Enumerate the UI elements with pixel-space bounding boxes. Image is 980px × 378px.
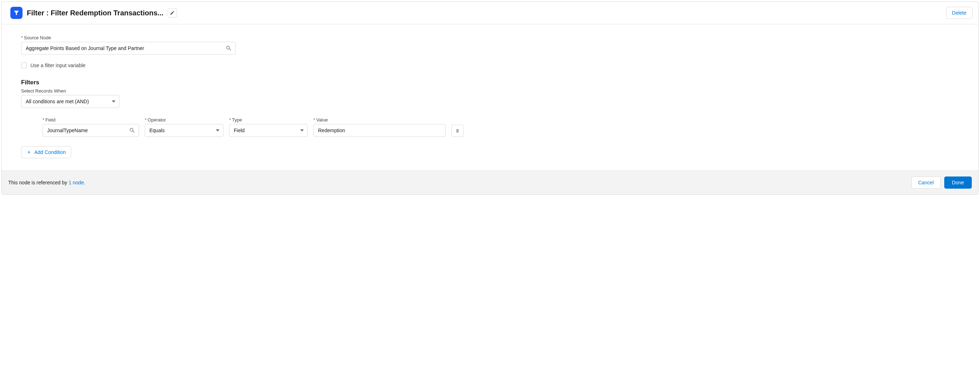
condition-operator-value: Equals <box>150 127 165 133</box>
filter-variable-checkbox[interactable] <box>21 62 27 68</box>
chevron-down-icon <box>216 129 220 132</box>
condition-field-input[interactable] <box>43 124 139 137</box>
reference-text: This node is referenced by 1 node. <box>8 180 86 186</box>
filter-icon <box>10 7 22 19</box>
condition-type-value: Field <box>234 127 245 133</box>
panel-title: Filter : Filter Redemption Transactions.… <box>27 9 163 17</box>
chevron-down-icon <box>112 100 115 103</box>
add-condition-button[interactable]: Add Condition <box>21 146 71 158</box>
delete-condition-button[interactable] <box>452 125 463 137</box>
filter-variable-label: Use a filter input variable <box>30 62 86 68</box>
select-records-label: Select Records When <box>21 88 959 94</box>
condition-operator-label: Operator <box>145 117 223 122</box>
source-node-input-wrap <box>21 42 235 55</box>
filter-config-panel: Filter : Filter Redemption Transactions.… <box>2 2 978 195</box>
condition-type-label: Type <box>229 117 308 122</box>
filter-variable-row: Use a filter input variable <box>21 62 959 68</box>
condition-field-label: Field <box>43 117 139 122</box>
header-left: Filter : Filter Redemption Transactions.… <box>10 7 946 19</box>
trash-icon <box>455 128 460 133</box>
condition-value-label: Value <box>313 117 446 122</box>
filters-section-title: Filters <box>21 79 959 86</box>
source-node-input[interactable] <box>21 42 235 55</box>
panel-header: Filter : Filter Redemption Transactions.… <box>2 2 978 24</box>
footer-buttons: Cancel Done <box>912 176 972 189</box>
condition-type-col: Type Field <box>229 117 308 137</box>
condition-field-col: Field <box>43 117 139 137</box>
condition-value-col: Value <box>313 117 446 137</box>
condition-operator-col: Operator Equals <box>145 117 223 137</box>
condition-row: Field Operator Equals Type Field <box>43 117 959 137</box>
delete-button[interactable]: Delete <box>946 7 972 19</box>
done-button[interactable]: Done <box>944 176 972 189</box>
edit-title-button[interactable] <box>168 8 177 17</box>
condition-logic-value: All conditions are met (AND) <box>26 98 89 104</box>
panel-body: Source Node Use a filter input variable … <box>2 24 978 170</box>
panel-footer: This node is referenced by 1 node. Cance… <box>2 170 978 194</box>
plus-icon <box>27 150 32 155</box>
source-node-label: Source Node <box>21 35 959 40</box>
pencil-icon <box>170 10 175 15</box>
condition-field-lookup <box>43 124 139 137</box>
reference-link[interactable]: 1 node. <box>68 180 86 186</box>
condition-type-select[interactable]: Field <box>229 124 308 137</box>
condition-operator-select[interactable]: Equals <box>145 124 223 137</box>
condition-value-input[interactable] <box>313 124 446 137</box>
cancel-button[interactable]: Cancel <box>912 176 941 189</box>
add-condition-label: Add Condition <box>34 149 66 155</box>
chevron-down-icon <box>300 129 304 132</box>
condition-logic-select[interactable]: All conditions are met (AND) <box>21 95 119 108</box>
